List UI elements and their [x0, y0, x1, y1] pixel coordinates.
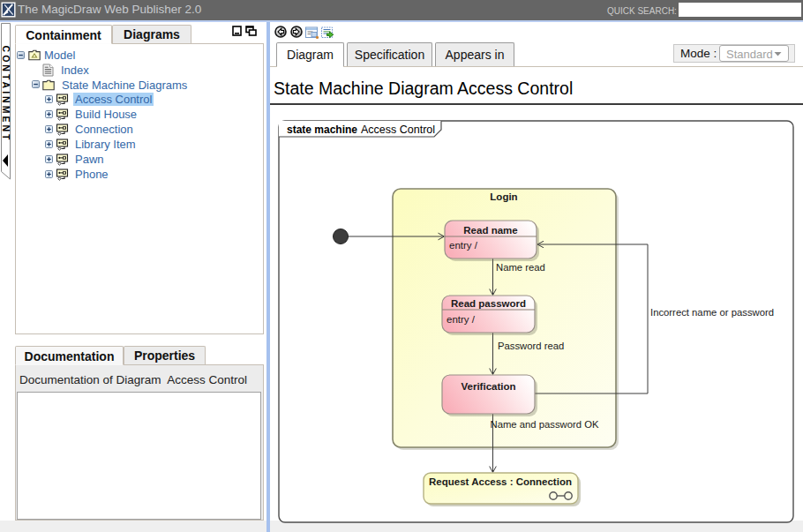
svg-text:Name read: Name read [496, 262, 545, 273]
svg-text:Verification: Verification [462, 381, 516, 392]
svg-text:Password read: Password read [498, 341, 564, 351]
svg-text:Request Access : Connection: Request Access : Connection [429, 476, 572, 487]
svg-text:Login: Login [490, 191, 517, 202]
svg-text:entry /: entry / [447, 314, 476, 325]
svg-text:Incorrect name or password: Incorrect name or password [650, 307, 774, 318]
svg-text:Name and password OK: Name and password OK [491, 419, 600, 430]
svg-text:state machine: state machine [287, 124, 357, 136]
svg-text:entry /: entry / [449, 240, 478, 251]
svg-text:Read name: Read name [463, 225, 517, 236]
svg-text:Read password: Read password [451, 298, 526, 309]
svg-text:Access Control: Access Control [361, 124, 435, 136]
